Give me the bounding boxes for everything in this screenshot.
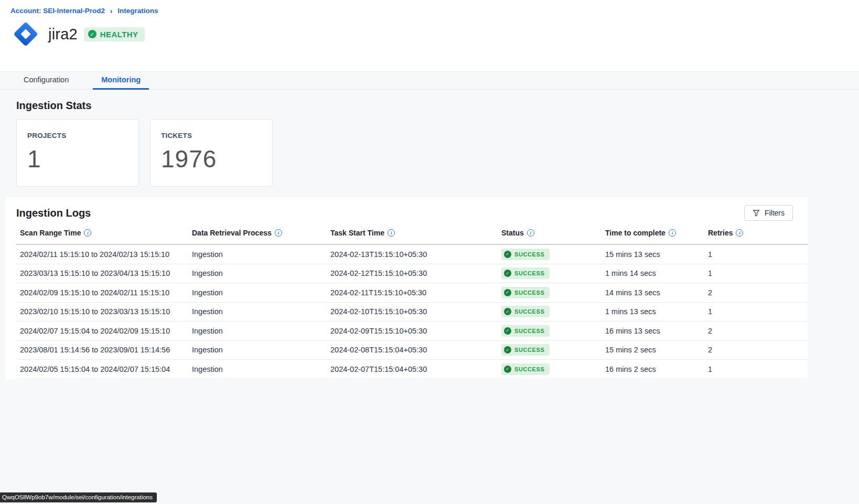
breadcrumb-integrations-link[interactable]: Integrations xyxy=(117,7,158,15)
jira-logo-icon xyxy=(10,19,41,49)
cell-retries: 1 xyxy=(708,307,808,316)
column-label: Status xyxy=(501,229,524,237)
cell-data-retrieval-process: Ingestion xyxy=(192,307,330,316)
status-label: SUCCESS xyxy=(514,347,544,353)
table-row[interactable]: 2023/08/01 15:14:56 to 2023/09/01 15:14:… xyxy=(16,341,808,360)
cell-data-retrieval-process: Ingestion xyxy=(192,327,330,335)
cell-task-start-time: 2024-02-12T15:15:10+05:30 xyxy=(330,269,501,277)
cell-task-start-time: 2024-02-13T15:15:10+05:30 xyxy=(330,250,501,259)
info-icon[interactable]: i xyxy=(736,229,743,237)
info-icon[interactable]: i xyxy=(388,229,395,237)
cell-time-to-complete: 14 mins 13 secs xyxy=(605,288,708,297)
cell-status: ✓ SUCCESS xyxy=(501,287,605,298)
check-circle-icon: ✓ xyxy=(504,346,511,353)
column-label: Data Retrieval Process xyxy=(192,229,272,237)
tab-monitoring[interactable]: Monitoring xyxy=(93,72,149,90)
status-label: SUCCESS xyxy=(514,328,544,334)
stat-card-tickets: TICKETS 1976 xyxy=(150,119,273,187)
cell-time-to-complete: 15 mins 2 secs xyxy=(605,346,708,354)
check-circle-icon: ✓ xyxy=(504,270,511,277)
status-label: SUCCESS xyxy=(514,270,544,276)
ingestion-logs-header: Ingestion Logs Filters xyxy=(16,205,808,221)
cell-data-retrieval-process: Ingestion xyxy=(192,365,330,373)
cell-retries: 2 xyxy=(708,346,808,354)
cell-scan-range-time: 2024/02/05 15:15:04 to 2024/02/07 15:15:… xyxy=(20,365,192,373)
column-label: Retries xyxy=(708,229,733,237)
column-header-data-retrieval-process: Data Retrieval Process i xyxy=(192,229,330,237)
cell-time-to-complete: 1 mins 14 secs xyxy=(605,269,708,277)
table-row[interactable]: 2024/02/07 15:15:04 to 2024/02/09 15:15:… xyxy=(16,321,808,341)
cell-status: ✓ SUCCESS xyxy=(501,249,605,260)
cell-status: ✓ SUCCESS xyxy=(501,267,605,279)
stat-value: 1976 xyxy=(161,145,262,173)
filters-button[interactable]: Filters xyxy=(744,205,793,221)
ingestion-logs-table: Scan Range Time i Data Retrieval Process… xyxy=(16,229,808,379)
chevron-right-icon: › xyxy=(110,6,112,15)
cell-retries: 1 xyxy=(708,250,808,259)
cell-retries: 2 xyxy=(708,288,808,297)
status-label: SUCCESS xyxy=(514,308,544,315)
tab-bar: Configuration Monitoring xyxy=(0,72,859,90)
filters-button-label: Filters xyxy=(765,209,785,217)
filter-funnel-icon xyxy=(753,209,760,217)
table-row[interactable]: 2024/02/11 15:15:10 to 2024/02/13 15:15:… xyxy=(16,245,808,264)
check-circle-icon: ✓ xyxy=(504,327,511,335)
status-badge: ✓ SUCCESS xyxy=(501,325,550,337)
cell-data-retrieval-process: Ingestion xyxy=(192,346,330,354)
cell-scan-range-time: 2024/02/09 15:15:10 to 2024/02/11 15:15:… xyxy=(20,288,192,297)
cell-scan-range-time: 2023/02/10 15:15:10 to 2023/03/13 15:15:… xyxy=(20,307,192,316)
cell-scan-range-time: 2024/02/07 15:15:04 to 2024/02/09 15:15:… xyxy=(20,327,192,335)
check-circle-icon: ✓ xyxy=(504,366,511,373)
cell-retries: 1 xyxy=(708,269,808,277)
page-header: Account: SEI-Internal-Prod2 › Integratio… xyxy=(0,0,859,72)
check-circle-icon: ✓ xyxy=(88,30,96,38)
cell-time-to-complete: 16 mins 2 secs xyxy=(605,365,708,373)
cell-status: ✓ SUCCESS xyxy=(501,325,605,337)
stat-label: PROJECTS xyxy=(27,132,128,140)
health-status-badge: ✓ HEALTHY xyxy=(84,27,145,41)
column-label: Time to complete xyxy=(605,229,665,237)
status-badge: ✓ SUCCESS xyxy=(501,267,550,279)
table-row[interactable]: 2023/02/10 15:15:10 to 2023/03/13 15:15:… xyxy=(16,303,808,322)
column-header-retries: Retries i xyxy=(708,229,808,237)
ingestion-logs-panel: Ingestion Logs Filters Scan Range Time i… xyxy=(5,197,808,380)
info-icon[interactable]: i xyxy=(275,229,282,237)
tab-configuration[interactable]: Configuration xyxy=(15,72,77,90)
table-header-row: Scan Range Time i Data Retrieval Process… xyxy=(16,229,808,245)
health-status-label: HEALTHY xyxy=(100,30,138,39)
table-row[interactable]: 2023/03/13 15:15:10 to 2023/04/13 15:15:… xyxy=(16,264,808,284)
cell-status: ✓ SUCCESS xyxy=(501,306,605,317)
status-badge: ✓ SUCCESS xyxy=(501,249,550,260)
breadcrumb-account-link[interactable]: Account: SEI-Internal-Prod2 xyxy=(10,7,105,15)
check-circle-icon: ✓ xyxy=(504,308,511,315)
status-label: SUCCESS xyxy=(514,251,544,258)
cell-data-retrieval-process: Ingestion xyxy=(192,269,330,277)
cell-time-to-complete: 1 mins 13 secs xyxy=(605,307,708,316)
cell-status: ✓ SUCCESS xyxy=(501,363,605,375)
cell-task-start-time: 2024-02-07T15:15:04+05:30 xyxy=(330,365,501,373)
status-label: SUCCESS xyxy=(514,366,544,372)
ingestion-stats-heading: Ingestion Stats xyxy=(16,100,859,111)
table-row[interactable]: 2024/02/09 15:15:10 to 2024/02/11 15:15:… xyxy=(16,283,808,303)
cell-time-to-complete: 15 mins 13 secs xyxy=(605,250,708,259)
column-header-status: Status i xyxy=(501,229,605,237)
integration-name: jira2 xyxy=(48,26,78,43)
cell-scan-range-time: 2023/08/01 15:14:56 to 2023/09/01 15:14:… xyxy=(20,346,192,354)
info-icon[interactable]: i xyxy=(669,229,676,237)
cell-task-start-time: 2024-02-09T15:15:10+05:30 xyxy=(330,327,501,335)
info-icon[interactable]: i xyxy=(84,229,91,237)
column-header-time-to-complete: Time to complete i xyxy=(605,229,708,237)
cell-data-retrieval-process: Ingestion xyxy=(192,288,330,297)
stat-value: 1 xyxy=(27,145,128,173)
column-label: Scan Range Time xyxy=(20,229,81,237)
ingestion-logs-heading: Ingestion Logs xyxy=(16,207,91,219)
cell-scan-range-time: 2024/02/11 15:15:10 to 2024/02/13 15:15:… xyxy=(20,250,192,259)
column-header-scan-range-time: Scan Range Time i xyxy=(20,229,192,237)
status-badge: ✓ SUCCESS xyxy=(501,306,550,317)
info-icon[interactable]: i xyxy=(527,229,534,237)
cell-status: ✓ SUCCESS xyxy=(501,344,605,356)
stat-card-projects: PROJECTS 1 xyxy=(16,119,139,187)
cell-data-retrieval-process: Ingestion xyxy=(192,250,330,259)
table-row[interactable]: 2024/02/05 15:15:04 to 2024/02/07 15:15:… xyxy=(16,360,808,379)
status-badge: ✓ SUCCESS xyxy=(501,363,550,375)
